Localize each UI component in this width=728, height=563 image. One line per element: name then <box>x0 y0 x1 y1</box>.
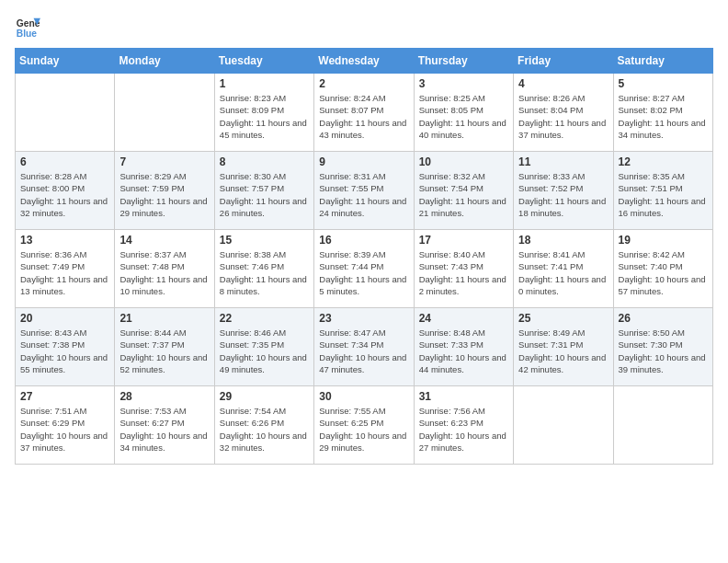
calendar-cell: 14Sunrise: 8:37 AM Sunset: 7:48 PM Dayli… <box>115 230 214 308</box>
calendar-cell: 18Sunrise: 8:41 AM Sunset: 7:41 PM Dayli… <box>514 230 613 308</box>
calendar-cell: 28Sunrise: 7:53 AM Sunset: 6:27 PM Dayli… <box>115 386 214 465</box>
day-info: Sunrise: 8:31 AM Sunset: 7:55 PM Dayligh… <box>319 170 408 219</box>
day-info: Sunrise: 8:36 AM Sunset: 7:49 PM Dayligh… <box>20 248 109 297</box>
calendar-cell: 7Sunrise: 8:29 AM Sunset: 7:59 PM Daylig… <box>115 152 214 230</box>
calendar-cell: 26Sunrise: 8:50 AM Sunset: 7:30 PM Dayli… <box>613 308 712 386</box>
week-row-2: 6Sunrise: 8:28 AM Sunset: 8:00 PM Daylig… <box>16 152 713 230</box>
week-row-4: 20Sunrise: 8:43 AM Sunset: 7:38 PM Dayli… <box>16 308 713 386</box>
day-info: Sunrise: 8:49 AM Sunset: 7:31 PM Dayligh… <box>518 327 608 375</box>
day-number: 17 <box>419 234 508 247</box>
day-number: 14 <box>119 234 209 247</box>
calendar-cell: 10Sunrise: 8:32 AM Sunset: 7:54 PM Dayli… <box>414 152 513 230</box>
calendar-cell: 5Sunrise: 8:27 AM Sunset: 8:02 PM Daylig… <box>613 74 712 152</box>
column-header-saturday: Saturday <box>613 49 712 74</box>
day-info: Sunrise: 8:32 AM Sunset: 7:54 PM Dayligh… <box>419 170 508 219</box>
calendar-cell: 2Sunrise: 8:24 AM Sunset: 8:07 PM Daylig… <box>314 74 414 152</box>
column-header-thursday: Thursday <box>414 49 513 74</box>
calendar-cell: 30Sunrise: 7:55 AM Sunset: 6:25 PM Dayli… <box>314 386 414 465</box>
day-number: 21 <box>119 312 209 325</box>
calendar-cell: 9Sunrise: 8:31 AM Sunset: 7:55 PM Daylig… <box>314 152 414 230</box>
calendar-cell: 20Sunrise: 8:43 AM Sunset: 7:38 PM Dayli… <box>16 308 115 386</box>
calendar-cell: 29Sunrise: 7:54 AM Sunset: 6:26 PM Dayli… <box>214 386 313 465</box>
page-header: General Blue <box>15 15 713 40</box>
day-number: 6 <box>20 155 109 168</box>
day-info: Sunrise: 7:53 AM Sunset: 6:27 PM Dayligh… <box>119 405 209 454</box>
day-info: Sunrise: 8:46 AM Sunset: 7:35 PM Dayligh… <box>220 327 309 375</box>
day-info: Sunrise: 8:42 AM Sunset: 7:40 PM Dayligh… <box>619 248 708 297</box>
calendar-cell: 16Sunrise: 8:39 AM Sunset: 7:44 PM Dayli… <box>314 230 414 308</box>
day-number: 31 <box>419 390 508 403</box>
day-info: Sunrise: 8:26 AM Sunset: 8:04 PM Dayligh… <box>518 92 608 141</box>
calendar-cell: 11Sunrise: 8:33 AM Sunset: 7:52 PM Dayli… <box>514 152 613 230</box>
calendar-cell: 17Sunrise: 8:40 AM Sunset: 7:43 PM Dayli… <box>414 230 513 308</box>
day-number: 16 <box>319 234 408 247</box>
day-number: 19 <box>619 234 708 247</box>
day-number: 29 <box>220 390 309 403</box>
calendar-cell: 21Sunrise: 8:44 AM Sunset: 7:37 PM Dayli… <box>115 308 214 386</box>
calendar-cell <box>16 74 115 152</box>
day-info: Sunrise: 8:44 AM Sunset: 7:37 PM Dayligh… <box>119 327 209 375</box>
day-info: Sunrise: 8:39 AM Sunset: 7:44 PM Dayligh… <box>319 248 408 297</box>
column-header-wednesday: Wednesday <box>314 49 414 74</box>
column-header-monday: Monday <box>115 49 214 74</box>
day-number: 4 <box>518 77 608 90</box>
calendar-cell: 25Sunrise: 8:49 AM Sunset: 7:31 PM Dayli… <box>514 308 613 386</box>
day-number: 28 <box>119 390 209 403</box>
calendar-cell: 22Sunrise: 8:46 AM Sunset: 7:35 PM Dayli… <box>214 308 313 386</box>
day-info: Sunrise: 8:41 AM Sunset: 7:41 PM Dayligh… <box>518 248 608 297</box>
calendar-cell: 4Sunrise: 8:26 AM Sunset: 8:04 PM Daylig… <box>514 74 613 152</box>
logo-icon: General Blue <box>15 15 40 40</box>
calendar-cell: 3Sunrise: 8:25 AM Sunset: 8:05 PM Daylig… <box>414 74 513 152</box>
day-info: Sunrise: 8:28 AM Sunset: 8:00 PM Dayligh… <box>20 170 109 219</box>
day-info: Sunrise: 8:23 AM Sunset: 8:09 PM Dayligh… <box>220 92 309 141</box>
calendar-cell: 6Sunrise: 8:28 AM Sunset: 8:00 PM Daylig… <box>16 152 115 230</box>
day-info: Sunrise: 8:48 AM Sunset: 7:33 PM Dayligh… <box>419 327 508 375</box>
day-number: 30 <box>319 390 408 403</box>
day-number: 7 <box>119 155 209 168</box>
day-info: Sunrise: 8:35 AM Sunset: 7:51 PM Dayligh… <box>619 170 708 219</box>
day-number: 22 <box>220 312 309 325</box>
day-number: 8 <box>220 155 309 168</box>
day-info: Sunrise: 8:38 AM Sunset: 7:46 PM Dayligh… <box>220 248 309 297</box>
day-number: 12 <box>619 155 708 168</box>
calendar-cell <box>514 386 613 465</box>
calendar-header-row: SundayMondayTuesdayWednesdayThursdayFrid… <box>16 49 713 74</box>
day-number: 9 <box>319 155 408 168</box>
day-info: Sunrise: 7:51 AM Sunset: 6:29 PM Dayligh… <box>20 405 109 454</box>
day-info: Sunrise: 8:33 AM Sunset: 7:52 PM Dayligh… <box>518 170 608 219</box>
day-number: 26 <box>619 312 708 325</box>
day-number: 5 <box>619 77 708 90</box>
calendar-cell <box>613 386 712 465</box>
day-info: Sunrise: 7:56 AM Sunset: 6:23 PM Dayligh… <box>419 405 508 454</box>
week-row-5: 27Sunrise: 7:51 AM Sunset: 6:29 PM Dayli… <box>16 386 713 465</box>
day-number: 11 <box>518 155 608 168</box>
day-info: Sunrise: 8:25 AM Sunset: 8:05 PM Dayligh… <box>419 92 508 141</box>
column-header-tuesday: Tuesday <box>214 49 313 74</box>
calendar-cell: 23Sunrise: 8:47 AM Sunset: 7:34 PM Dayli… <box>314 308 414 386</box>
calendar-cell <box>115 74 214 152</box>
calendar-cell: 8Sunrise: 8:30 AM Sunset: 7:57 PM Daylig… <box>214 152 313 230</box>
calendar-cell: 1Sunrise: 8:23 AM Sunset: 8:09 PM Daylig… <box>214 74 313 152</box>
column-header-sunday: Sunday <box>16 49 115 74</box>
day-number: 13 <box>20 234 109 247</box>
day-info: Sunrise: 8:37 AM Sunset: 7:48 PM Dayligh… <box>119 248 209 297</box>
day-number: 1 <box>220 77 309 90</box>
day-info: Sunrise: 7:55 AM Sunset: 6:25 PM Dayligh… <box>319 405 408 454</box>
calendar-table: SundayMondayTuesdayWednesdayThursdayFrid… <box>15 48 713 465</box>
week-row-3: 13Sunrise: 8:36 AM Sunset: 7:49 PM Dayli… <box>16 230 713 308</box>
calendar-cell: 31Sunrise: 7:56 AM Sunset: 6:23 PM Dayli… <box>414 386 513 465</box>
column-header-friday: Friday <box>514 49 613 74</box>
svg-text:Blue: Blue <box>17 29 38 39</box>
day-number: 23 <box>319 312 408 325</box>
day-number: 10 <box>419 155 508 168</box>
day-number: 20 <box>20 312 109 325</box>
day-number: 24 <box>419 312 508 325</box>
day-number: 25 <box>518 312 608 325</box>
day-number: 15 <box>220 234 309 247</box>
day-info: Sunrise: 8:50 AM Sunset: 7:30 PM Dayligh… <box>619 327 708 375</box>
day-info: Sunrise: 8:24 AM Sunset: 8:07 PM Dayligh… <box>319 92 408 141</box>
calendar-cell: 12Sunrise: 8:35 AM Sunset: 7:51 PM Dayli… <box>613 152 712 230</box>
day-number: 2 <box>319 77 408 90</box>
day-info: Sunrise: 8:30 AM Sunset: 7:57 PM Dayligh… <box>220 170 309 219</box>
day-number: 27 <box>20 390 109 403</box>
